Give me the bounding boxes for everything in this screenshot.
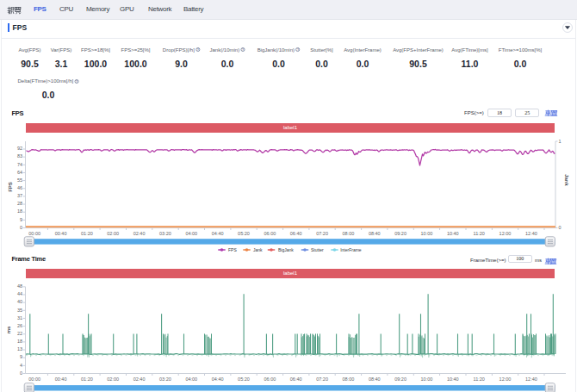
svg-text:10:40: 10:40 bbox=[447, 231, 459, 236]
svg-text:FPS: FPS bbox=[8, 182, 13, 192]
svg-text:9: 9 bbox=[20, 354, 22, 359]
svg-text:00:40: 00:40 bbox=[55, 376, 67, 382]
svg-text:04:40: 04:40 bbox=[212, 231, 224, 236]
svg-text:Stutter: Stutter bbox=[311, 247, 324, 252]
svg-text:64: 64 bbox=[17, 170, 22, 175]
svg-text:0: 0 bbox=[559, 225, 561, 230]
svg-text:31: 31 bbox=[17, 315, 22, 320]
svg-text:40: 40 bbox=[17, 299, 22, 304]
svg-text:10:00: 10:00 bbox=[421, 376, 433, 382]
svg-text:04:00: 04:00 bbox=[185, 376, 197, 382]
svg-text:04:00: 04:00 bbox=[185, 231, 197, 236]
svg-text:06:40: 06:40 bbox=[290, 231, 302, 236]
svg-text:28: 28 bbox=[17, 201, 22, 206]
svg-text:22: 22 bbox=[17, 331, 22, 336]
svg-text:35: 35 bbox=[17, 308, 22, 313]
svg-text:83: 83 bbox=[17, 153, 22, 159]
svg-text:48: 48 bbox=[17, 283, 22, 289]
svg-text:12:00: 12:00 bbox=[499, 376, 512, 382]
svg-text:18: 18 bbox=[17, 339, 22, 344]
svg-text:08:00: 08:00 bbox=[343, 231, 355, 236]
svg-text:0: 0 bbox=[20, 225, 22, 230]
svg-text:05:20: 05:20 bbox=[238, 376, 250, 382]
svg-text:InterFrame: InterFrame bbox=[340, 247, 362, 252]
svg-text:01:20: 01:20 bbox=[81, 231, 93, 236]
svg-text:02:40: 02:40 bbox=[133, 376, 146, 382]
svg-text:02:40: 02:40 bbox=[133, 231, 146, 236]
svg-text:74: 74 bbox=[17, 162, 22, 167]
svg-text:06:00: 06:00 bbox=[264, 376, 276, 382]
svg-text:07:20: 07:20 bbox=[316, 376, 328, 382]
svg-text:13: 13 bbox=[17, 346, 22, 352]
svg-text:06:00: 06:00 bbox=[264, 231, 276, 236]
svg-text:05:20: 05:20 bbox=[238, 231, 250, 236]
svg-text:Jank: Jank bbox=[253, 247, 263, 252]
svg-text:01:20: 01:20 bbox=[81, 376, 93, 382]
svg-text:4: 4 bbox=[20, 363, 22, 368]
svg-text:00:00: 00:00 bbox=[28, 376, 40, 382]
svg-text:02:00: 02:00 bbox=[107, 231, 119, 236]
svg-text:02:00: 02:00 bbox=[107, 376, 119, 382]
svg-text:Jank: Jank bbox=[564, 174, 569, 186]
svg-text:06:40: 06:40 bbox=[290, 376, 302, 382]
svg-text:00:00: 00:00 bbox=[28, 231, 40, 236]
svg-text:07:20: 07:20 bbox=[316, 231, 328, 236]
svg-text:09:20: 09:20 bbox=[394, 231, 406, 236]
svg-text:18: 18 bbox=[17, 208, 22, 214]
svg-text:12:40: 12:40 bbox=[525, 231, 537, 236]
svg-text:55: 55 bbox=[17, 177, 22, 183]
svg-text:10:40: 10:40 bbox=[447, 376, 459, 382]
svg-text:10:00: 10:00 bbox=[421, 231, 433, 236]
svg-text:12:40: 12:40 bbox=[525, 376, 537, 382]
svg-text:03:20: 03:20 bbox=[159, 231, 171, 236]
svg-text:11:20: 11:20 bbox=[474, 231, 485, 236]
svg-text:09:20: 09:20 bbox=[394, 376, 406, 382]
svg-text:08:40: 08:40 bbox=[369, 376, 381, 382]
svg-text:1: 1 bbox=[559, 139, 561, 144]
svg-text:92: 92 bbox=[17, 146, 22, 151]
svg-text:00:40: 00:40 bbox=[55, 231, 67, 236]
svg-text:BigJank: BigJank bbox=[278, 247, 294, 252]
svg-text:9: 9 bbox=[20, 217, 22, 222]
svg-text:12:00: 12:00 bbox=[499, 231, 512, 236]
svg-text:08:00: 08:00 bbox=[343, 376, 355, 382]
svg-text:0: 0 bbox=[20, 370, 22, 376]
svg-text:04:40: 04:40 bbox=[212, 376, 224, 382]
svg-text:44: 44 bbox=[17, 291, 22, 296]
svg-text:ms: ms bbox=[6, 326, 11, 333]
svg-text:03:20: 03:20 bbox=[159, 376, 171, 382]
svg-text:46: 46 bbox=[17, 185, 22, 190]
svg-text:37: 37 bbox=[17, 193, 22, 198]
svg-text:11:20: 11:20 bbox=[474, 376, 485, 382]
svg-text:FPS: FPS bbox=[228, 247, 237, 252]
svg-text:08:40: 08:40 bbox=[369, 231, 381, 236]
svg-text:26: 26 bbox=[17, 323, 22, 328]
